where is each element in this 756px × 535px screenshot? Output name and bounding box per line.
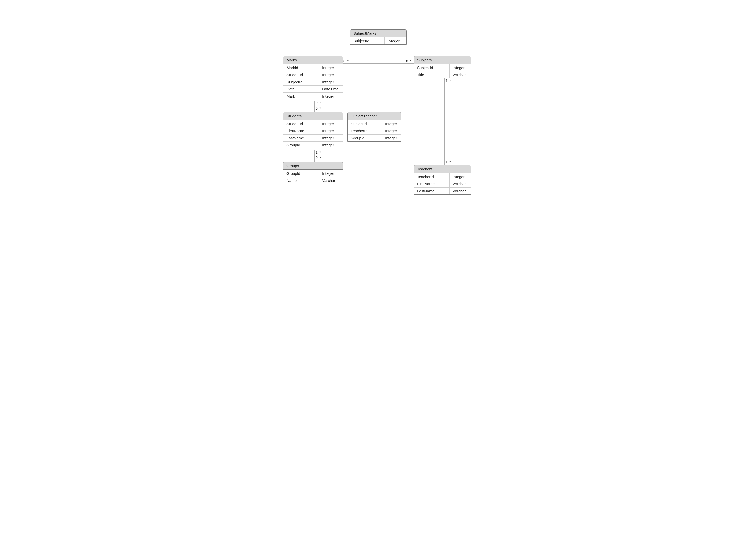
- column-type: Integer: [319, 78, 342, 85]
- column-type: Integer: [450, 173, 471, 180]
- column-type: DateTime: [319, 86, 342, 93]
- column-name: Title: [414, 71, 450, 78]
- entity-title: SubjectMarks: [350, 30, 406, 37]
- column-name: MarkId: [283, 64, 319, 71]
- column-type: Integer: [382, 120, 401, 127]
- entity-title: Teachers: [414, 165, 471, 173]
- column-type: Integer: [319, 170, 342, 177]
- column-name: LastName: [283, 134, 319, 141]
- table-row: TeacherIdInteger: [348, 127, 401, 134]
- column-name: SubjectId: [348, 120, 382, 127]
- multiplicity-label: 0..*: [406, 59, 411, 63]
- table-row: GroupIdInteger: [348, 134, 401, 141]
- column-name: SubjectId: [414, 64, 450, 71]
- diagram-canvas: SubjectMarks SubjectId Integer Marks Mar…: [215, 0, 541, 231]
- entity-title: Subjects: [414, 56, 471, 64]
- table-row: SubjectId Integer: [350, 37, 406, 44]
- multiplicity-label: 0..*: [316, 106, 321, 110]
- column-name: SubjectId: [283, 78, 319, 85]
- column-name: Date: [283, 86, 319, 93]
- table-row: LastNameInteger: [283, 134, 342, 141]
- column-type: Integer: [382, 127, 401, 134]
- table-row: FirstNameVarchar: [414, 180, 471, 187]
- column-type: Integer: [385, 38, 406, 44]
- entity-marks[interactable]: Marks MarkIdInteger StudentIdInteger Sub…: [283, 56, 343, 100]
- entity-subjectmarks[interactable]: SubjectMarks SubjectId Integer: [350, 29, 407, 44]
- table-row: MarkIdInteger: [283, 64, 342, 71]
- column-type: Integer: [319, 127, 342, 134]
- column-name: TeacherId: [414, 173, 450, 180]
- column-name: GroupId: [283, 170, 319, 177]
- multiplicity-label: 1..*: [316, 150, 321, 155]
- entity-title: Students: [283, 112, 342, 120]
- entity-students[interactable]: Students StudentIdInteger FirstNameInteg…: [283, 112, 343, 149]
- column-type: Integer: [319, 64, 342, 71]
- multiplicity-label: 0..*: [343, 59, 349, 63]
- table-row: StudentIdInteger: [283, 120, 342, 127]
- multiplicity-label: 1..*: [446, 79, 451, 83]
- column-name: Mark: [283, 93, 319, 99]
- multiplicity-label: 0..*: [316, 101, 321, 105]
- table-row: SubjectIdInteger: [414, 64, 471, 71]
- column-type: Integer: [319, 134, 342, 141]
- column-type: Varchar: [450, 71, 471, 78]
- column-type: Integer: [319, 93, 342, 99]
- entity-subjectteacher[interactable]: SubjectTeacher SubjectIdInteger TeacherI…: [347, 112, 401, 142]
- table-row: GroupIdInteger: [283, 170, 342, 177]
- column-name: TeacherId: [348, 127, 382, 134]
- column-name: GroupId: [348, 134, 382, 141]
- column-name: SubjectId: [350, 38, 385, 44]
- column-type: Integer: [382, 134, 401, 141]
- table-row: TeacherIdInteger: [414, 173, 471, 180]
- column-name: FirstName: [414, 181, 450, 187]
- table-row: DateDateTime: [283, 85, 342, 93]
- table-row: LastNameVarchar: [414, 187, 471, 194]
- table-row: NameVarchar: [283, 177, 342, 184]
- entity-subjects[interactable]: Subjects SubjectIdInteger TitleVarchar: [414, 56, 471, 78]
- column-type: Varchar: [450, 187, 471, 194]
- table-row: SubjectIdInteger: [283, 78, 342, 85]
- column-name: StudentId: [283, 120, 319, 127]
- multiplicity-label: 1..*: [446, 160, 451, 164]
- column-type: Varchar: [319, 177, 342, 184]
- multiplicity-label: 0..*: [316, 156, 321, 160]
- entity-title: Groups: [283, 162, 342, 170]
- column-name: Name: [283, 177, 319, 184]
- column-type: Integer: [319, 120, 342, 127]
- table-row: MarkInteger: [283, 93, 342, 99]
- column-name: GroupId: [283, 142, 319, 149]
- table-row: SubjectIdInteger: [348, 120, 401, 127]
- column-type: Varchar: [450, 181, 471, 187]
- column-type: Integer: [319, 142, 342, 149]
- table-row: GroupIdInteger: [283, 141, 342, 149]
- entity-title: Marks: [283, 56, 342, 64]
- entity-groups[interactable]: Groups GroupIdInteger NameVarchar: [283, 162, 343, 184]
- table-row: TitleVarchar: [414, 71, 471, 78]
- column-type: Integer: [319, 71, 342, 78]
- column-name: FirstName: [283, 127, 319, 134]
- entity-teachers[interactable]: Teachers TeacherIdInteger FirstNameVarch…: [414, 165, 471, 195]
- table-row: StudentIdInteger: [283, 71, 342, 78]
- column-name: LastName: [414, 187, 450, 194]
- column-type: Integer: [450, 64, 471, 71]
- column-name: StudentId: [283, 71, 319, 78]
- table-row: FirstNameInteger: [283, 127, 342, 134]
- entity-title: SubjectTeacher: [348, 112, 401, 120]
